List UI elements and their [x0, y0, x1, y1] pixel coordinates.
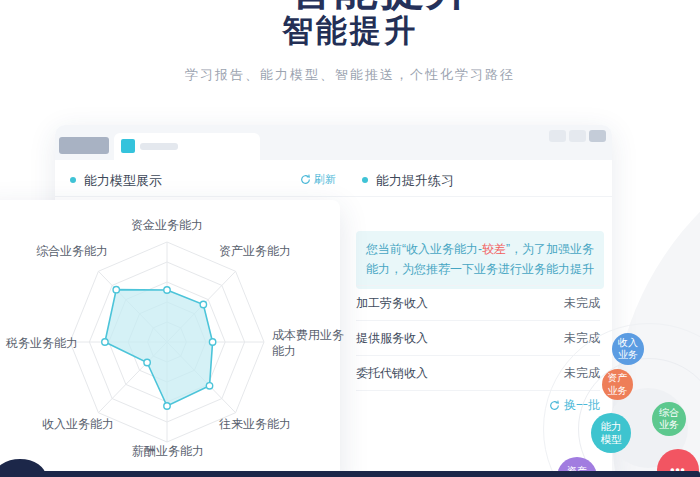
panel-headers-row: 能力模型展示 刷新 能力提升练习 — [55, 160, 612, 197]
change-batch-button[interactable]: 换一批 — [356, 397, 600, 414]
right-panel-title: 能力提升练习 — [376, 173, 454, 188]
hero-header: 智能提升 学习报告、能力模型、智能推送，个性化学习路径 — [0, 10, 700, 84]
radar-axis-label: 成本费用业务能力 — [272, 328, 352, 359]
radar-axis-label: 收入业务能力 — [42, 416, 114, 433]
list-item[interactable]: 加工劳务收入 未完成 — [356, 285, 600, 321]
badge-overall-business[interactable]: 综合业务 — [652, 402, 686, 436]
right-panel-header: 能力提升练习 — [362, 171, 454, 190]
window-control-button[interactable] — [569, 130, 586, 142]
status-badge: 未完成 — [564, 295, 600, 312]
left-panel-title: 能力模型展示 — [84, 173, 162, 188]
practice-list: 加工劳务收入 未完成 提供服务收入 未完成 委托代销收入 未完成 — [356, 285, 600, 391]
radar-axis-label: 资产业务能力 — [219, 243, 291, 260]
badge-asset-business[interactable]: 资产业务 — [602, 369, 633, 400]
radar-chart-card: 资金业务能力 资产业务能力 成本费用业务能力 往来业务能力 薪酬业务能力 收入业… — [0, 200, 340, 477]
tab-favicon-icon — [121, 139, 135, 153]
refresh-button[interactable]: 刷新 — [300, 172, 336, 187]
bullet-dot-icon — [362, 177, 368, 183]
practice-item-label: 加工劳务收入 — [356, 295, 428, 312]
refresh-icon — [549, 400, 560, 411]
practice-item-label: 提供服务收入 — [356, 330, 428, 347]
radar-axis-label: 薪酬业务能力 — [132, 443, 204, 460]
badge-ability-model[interactable]: 能力模型 — [591, 413, 631, 453]
page-subtitle: 学习报告、能力模型、智能推送，个性化学习路径 — [0, 66, 700, 84]
badge-income-business[interactable]: 收入业务 — [612, 333, 644, 365]
status-badge: 未完成 — [564, 365, 600, 382]
tab-title-placeholder — [140, 143, 178, 150]
left-panel-header: 能力模型展示 — [70, 171, 162, 190]
list-item[interactable]: 委托代销收入 未完成 — [356, 356, 600, 391]
radar-chart: 资金业务能力 资产业务能力 成本费用业务能力 往来业务能力 薪酬业务能力 收入业… — [0, 200, 340, 477]
refresh-label: 刷新 — [314, 172, 336, 187]
next-section-edge — [14, 471, 700, 477]
browser-tabstrip — [55, 125, 612, 160]
radar-axis-label: 税务业务能力 — [6, 335, 78, 352]
radar-axis-label: 往来业务能力 — [219, 416, 291, 433]
list-item[interactable]: 提供服务收入 未完成 — [356, 321, 600, 356]
browser-tab-active[interactable] — [114, 133, 260, 160]
window-control-button[interactable] — [549, 130, 566, 142]
page-title: 智能提升 — [0, 10, 700, 52]
status-badge: 未完成 — [564, 330, 600, 347]
radar-axis-label: 综合业务能力 — [36, 243, 108, 260]
notice-highlight: 较差 — [482, 242, 506, 256]
page: 智能提升 智能提升 学习报告、能力模型、智能推送，个性化学习路径 能力模型展示 — [0, 0, 700, 477]
practice-item-label: 委托代销收入 — [356, 365, 428, 382]
bullet-dot-icon — [70, 177, 76, 183]
notice-text: 您当前“收入业务能力- — [366, 242, 482, 256]
recommendation-notice: 您当前“收入业务能力-较差”，为了加强业务能力，为您推荐一下业务进行业务能力提升 — [356, 231, 604, 289]
change-batch-label: 换一批 — [564, 397, 600, 414]
radar-axis-label: 资金业务能力 — [131, 217, 203, 234]
window-control-button[interactable] — [589, 130, 606, 142]
refresh-icon — [300, 174, 311, 185]
browser-tab-inactive[interactable] — [59, 137, 109, 154]
